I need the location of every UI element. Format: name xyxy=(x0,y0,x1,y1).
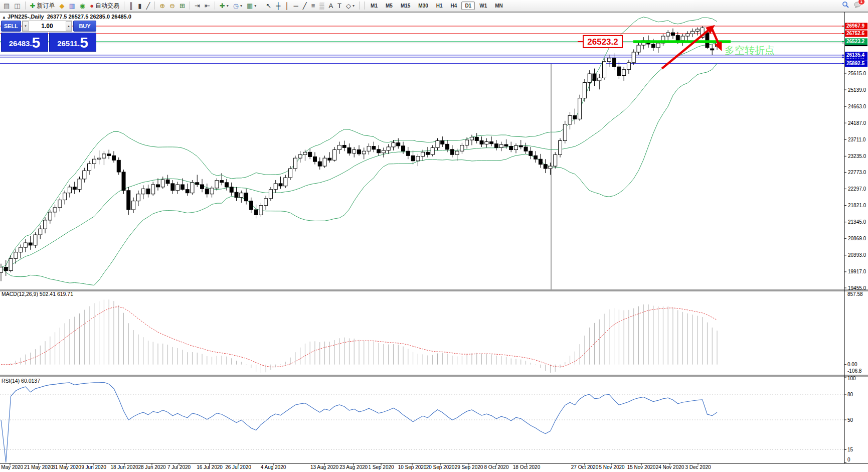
svg-text:80: 80 xyxy=(847,392,853,397)
cn-annotation: 多空转折点 xyxy=(725,45,775,56)
templates-icon: ▦ xyxy=(247,3,253,9)
chart-preview-icon: ◫ xyxy=(14,3,20,9)
axis-price-label: 26135.4 xyxy=(846,52,865,58)
toolbar-separator xyxy=(261,2,261,10)
line-chart-mode-icon: ╱ xyxy=(146,3,150,9)
toolbar-cursor-button[interactable]: ↖ xyxy=(264,1,273,11)
toolbar-horizontal-line-button[interactable]: ─ xyxy=(292,1,300,11)
timeframe-m15-button[interactable]: M15 xyxy=(397,2,414,10)
svg-text:19917.0: 19917.0 xyxy=(848,269,866,274)
toolbar-zoom-out-button[interactable]: ⊖ xyxy=(167,1,177,11)
toolbar-separator xyxy=(154,2,155,10)
chevron-down-icon: ▾ xyxy=(240,4,242,8)
toolbar-trendline-button[interactable]: ╱ xyxy=(301,1,309,11)
notifications-icon[interactable]: 1 xyxy=(854,1,861,10)
date-axis-label: 29 Sep 2020 xyxy=(455,464,483,470)
timeframe-h1-button[interactable]: H1 xyxy=(433,2,446,10)
sell-price[interactable]: 26483.5 xyxy=(1,33,48,52)
toolbar-bar-chart-mode-button[interactable]: ║ xyxy=(127,1,135,11)
toolbar-separator xyxy=(359,2,360,10)
svg-text:20869.0: 20869.0 xyxy=(848,236,866,241)
fibonacci-icon: ≡ xyxy=(311,3,315,9)
toolbar-new-chart-button[interactable]: ▤ xyxy=(2,1,12,11)
toolbar-tile-windows-button[interactable]: ⊞ xyxy=(178,1,187,11)
svg-text:24663.0: 24663.0 xyxy=(848,104,866,109)
date-axis-label: 10 Sep 2020 xyxy=(398,464,427,470)
timeframe-mn-button[interactable]: MN xyxy=(491,2,506,10)
toolbar-strategy-tester-button[interactable]: ◉ xyxy=(78,1,87,11)
auto-trading-icon: ● xyxy=(90,3,94,9)
volume-up-button[interactable]: ▲ xyxy=(66,21,72,31)
toolbar-zoom-in-button[interactable]: ⊕ xyxy=(157,1,167,11)
buy-button[interactable]: BUY xyxy=(73,21,96,32)
date-axis-label: 16 Jul 2020 xyxy=(197,464,223,470)
svg-text:23235.0: 23235.0 xyxy=(848,153,866,159)
bar-chart-mode-icon: ║ xyxy=(129,3,133,9)
vertical-line-icon: │ xyxy=(285,3,289,9)
chart-shift-icon: ⇤ xyxy=(205,3,210,9)
toolbar-auto-trading-button[interactable]: ●自动交易 xyxy=(88,1,121,11)
svg-text:25139.0: 25139.0 xyxy=(848,87,866,93)
timeframe-m30-button[interactable]: M30 xyxy=(415,2,431,10)
svg-text:0.00: 0.00 xyxy=(847,362,857,367)
svg-text:-106.8: -106.8 xyxy=(847,368,862,374)
mt4-window: { "toolbar": { "items": [ {"n":"new-char… xyxy=(0,0,868,472)
date-axis-label: 8 Oct 2020 xyxy=(484,464,509,470)
toolbar-line-chart-mode-button[interactable]: ╱ xyxy=(144,1,152,11)
toolbar-new-order-button[interactable]: ✚新订单 xyxy=(28,1,57,11)
svg-text:857.58: 857.58 xyxy=(847,291,863,297)
buy-price[interactable]: 26511.5 xyxy=(49,33,96,52)
svg-text:22773.0: 22773.0 xyxy=(848,170,866,175)
date-axis-label: 7 Jul 2020 xyxy=(167,464,191,470)
toolbar-text-button[interactable]: A xyxy=(326,1,335,11)
toolbar-text-label-button[interactable]: T xyxy=(335,1,343,11)
toolbar-equidistant-channel-button[interactable]: ▒ xyxy=(317,1,326,11)
zoom-in-icon: ⊕ xyxy=(159,3,165,9)
toolbar-arrows-button[interactable]: ◇▾ xyxy=(344,1,357,11)
tile-windows-icon: ⊞ xyxy=(180,3,185,9)
toolbar-candlestick-mode-button[interactable]: ▮ xyxy=(136,1,143,11)
search-icon[interactable] xyxy=(842,1,849,10)
date-axis-label: 23 Aug 2020 xyxy=(339,464,368,470)
text-label-icon: T xyxy=(337,3,341,9)
svg-text:20393.0: 20393.0 xyxy=(848,252,866,258)
date-axis-label: 4 Aug 2020 xyxy=(261,464,286,470)
timeframe-buttons: M1M5M15M30H1H4D1W1MN xyxy=(367,2,506,10)
toolbar-vertical-line-button[interactable]: │ xyxy=(283,1,291,11)
axis-price-label: 26752.6 xyxy=(846,31,865,36)
data-window-icon: ▥ xyxy=(69,3,75,9)
svg-text:15: 15 xyxy=(847,447,853,452)
price-chart[interactable]: 26523.2多空转折点25615.025139.024663.024187.0… xyxy=(0,12,868,472)
strategy-tester-icon: ◉ xyxy=(80,3,85,9)
sell-button[interactable]: SELL xyxy=(1,21,21,32)
volume-down-button[interactable]: ▼ xyxy=(23,21,29,31)
date-axis-label: 5 Nov 2020 xyxy=(599,464,625,470)
toolbar-auto-scroll-button[interactable]: ⇥ xyxy=(193,1,202,11)
svg-text:21821.0: 21821.0 xyxy=(848,203,866,208)
toolbar-data-window-button[interactable]: ▥ xyxy=(67,1,77,11)
timeframe-m5-button[interactable]: M5 xyxy=(382,2,396,10)
volume-stepper: ▼ ▲ xyxy=(22,21,72,32)
toolbar-metaeditor-button[interactable]: ◆ xyxy=(58,1,67,11)
timeframe-w1-button[interactable]: W1 xyxy=(476,2,490,10)
toolbar-separator xyxy=(124,2,124,10)
chart-title: ▲JPN225-,Daily26377.5 26527.5 26285.0 26… xyxy=(2,14,131,20)
date-axis-label: 18 Oct 2020 xyxy=(513,464,541,470)
toolbar-templates-button[interactable]: ▦▾ xyxy=(245,1,258,11)
timeframe-d1-button[interactable]: D1 xyxy=(461,2,475,10)
toolbar-fibonacci-button[interactable]: ≡ xyxy=(309,1,317,11)
zoom-out-icon: ⊖ xyxy=(169,3,175,9)
svg-text:0: 0 xyxy=(847,457,850,462)
candlestick-mode-icon: ▮ xyxy=(138,3,141,9)
toolbar-chart-preview-button[interactable]: ◫ xyxy=(12,1,22,11)
timeframe-h4-button[interactable]: H4 xyxy=(447,2,461,10)
toolbar-indicators-button[interactable]: ✚▾ xyxy=(218,1,231,11)
toolbar-chart-shift-button[interactable]: ⇤ xyxy=(203,1,212,11)
volume-input[interactable] xyxy=(29,21,66,31)
toolbar-crosshair-button[interactable]: ┼ xyxy=(274,1,282,11)
toolbar-periods-button[interactable]: ◷▾ xyxy=(231,1,244,11)
timeframe-m1-button[interactable]: M1 xyxy=(367,2,381,10)
toolbar-separator xyxy=(190,2,190,10)
horizontal-line-icon: ─ xyxy=(294,3,298,9)
svg-text:21345.0: 21345.0 xyxy=(848,219,866,225)
